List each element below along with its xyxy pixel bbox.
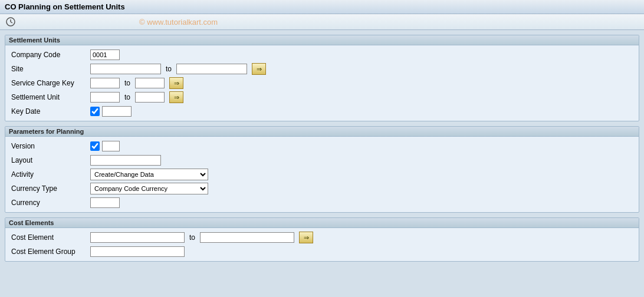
cost-element-from-input[interactable] (90, 232, 185, 243)
activity-row: Activity Create/Change Data Display Data… (11, 169, 633, 180)
settlement-unit-arrow-icon: ⇒ (174, 94, 179, 101)
page-title: CO Planning on Settlement Units (5, 2, 125, 11)
settlement-units-title: Settlement Units (5, 35, 639, 45)
clock-icon[interactable] (5, 16, 17, 28)
currency-input[interactable] (90, 197, 120, 208)
service-charge-to-label: to (124, 79, 130, 87)
site-from-input[interactable] (90, 64, 161, 74)
activity-select[interactable]: Create/Change Data Display Data Delete D… (90, 169, 208, 180)
site-arrow-button[interactable]: ⇒ (252, 63, 266, 75)
layout-label: Layout (11, 156, 88, 164)
settlement-unit-row: Settlement Unit to ⇒ (11, 91, 633, 103)
version-checkbox[interactable] (90, 141, 100, 151)
settlement-unit-arrow-button[interactable]: ⇒ (169, 91, 183, 103)
currency-label: Currency (11, 199, 88, 207)
settlement-unit-label: Settlement Unit (11, 93, 88, 101)
cost-element-group-input[interactable] (90, 246, 185, 257)
service-charge-from-input[interactable] (90, 78, 120, 88)
company-code-input[interactable] (90, 50, 120, 60)
cost-element-arrow-button[interactable]: ⇒ (299, 232, 313, 243)
settlement-unit-to-label: to (124, 93, 130, 101)
version-row: Version (11, 140, 633, 152)
cost-element-row: Cost Element to ⇒ (11, 232, 633, 243)
cost-element-arrow-icon: ⇒ (304, 234, 309, 242)
site-to-input[interactable] (176, 64, 247, 74)
version-input[interactable] (102, 141, 120, 151)
site-to-label: to (166, 65, 172, 73)
version-label: Version (11, 142, 88, 150)
layout-row: Layout (11, 154, 633, 166)
site-label: Site (11, 65, 88, 73)
cost-element-group-label: Cost Element Group (11, 248, 88, 256)
settlement-units-body: Company Code Site to ⇒ Service Charge Ke… (5, 45, 639, 121)
layout-input[interactable] (90, 155, 161, 166)
settlement-unit-to-input[interactable] (135, 92, 165, 103)
key-date-label: Key Date (11, 107, 88, 116)
key-date-checkbox[interactable] (90, 107, 100, 116)
key-date-row: Key Date (11, 105, 633, 117)
cost-elements-section: Cost Elements Cost Element to ⇒ Cost Ele… (5, 217, 639, 262)
cost-element-to-label: to (189, 233, 195, 242)
cost-element-label: Cost Element (11, 233, 88, 242)
site-arrow-icon: ⇒ (257, 65, 262, 73)
main-content: Settlement Units Company Code Site to ⇒ … (0, 30, 644, 266)
key-date-input[interactable] (102, 106, 132, 117)
parameters-section: Parameters for Planning Version Layout A… (5, 126, 639, 213)
settlement-unit-from-input[interactable] (90, 92, 120, 103)
service-charge-arrow-icon: ⇒ (174, 80, 179, 87)
currency-row: Currency (11, 197, 633, 209)
svg-line-2 (11, 22, 12, 23)
currency-type-label: Currency Type (11, 184, 88, 193)
company-code-row: Company Code (11, 49, 633, 61)
cost-element-to-input[interactable] (200, 232, 294, 243)
title-bar: CO Planning on Settlement Units (0, 0, 644, 14)
settlement-units-section: Settlement Units Company Code Site to ⇒ … (5, 35, 639, 121)
service-charge-to-input[interactable] (135, 78, 165, 88)
parameters-title: Parameters for Planning (5, 127, 639, 137)
service-charge-key-row: Service Charge Key to ⇒ (11, 77, 633, 89)
activity-label: Activity (11, 170, 88, 179)
service-charge-key-label: Service Charge Key (11, 79, 88, 87)
parameters-body: Version Layout Activity Create/Change Da… (5, 137, 639, 212)
toolbar: © www.tutorialkart.com (0, 14, 644, 30)
cost-elements-title: Cost Elements (5, 218, 639, 228)
currency-type-select[interactable]: Company Code Currency Object Currency Tr… (90, 183, 208, 194)
watermark: © www.tutorialkart.com (139, 18, 218, 27)
site-row: Site to ⇒ (11, 63, 633, 75)
company-code-label: Company Code (11, 51, 88, 59)
service-charge-arrow-button[interactable]: ⇒ (169, 77, 183, 89)
cost-elements-body: Cost Element to ⇒ Cost Element Group (5, 228, 639, 261)
currency-type-row: Currency Type Company Code Currency Obje… (11, 183, 633, 194)
cost-element-group-row: Cost Element Group (11, 246, 633, 258)
